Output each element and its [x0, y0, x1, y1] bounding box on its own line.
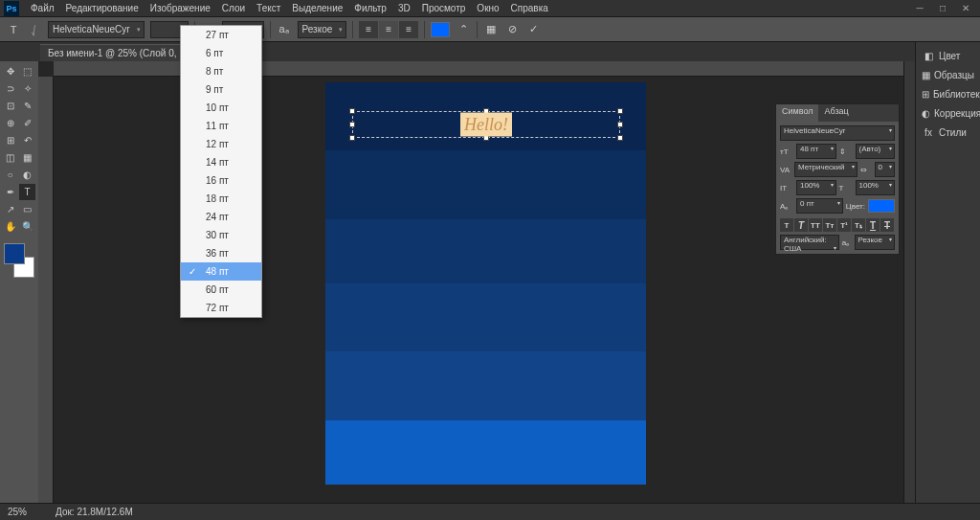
- menu-filter[interactable]: Фильтр: [348, 3, 392, 13]
- font-size-option[interactable]: 6 пт: [181, 44, 261, 62]
- char-hscale[interactable]: 100%: [856, 180, 896, 195]
- foreground-color[interactable]: [4, 243, 25, 264]
- cancel-icon[interactable]: ⊘: [504, 22, 520, 37]
- panel-swatches[interactable]: ▦Образцы: [920, 65, 976, 84]
- panel-color[interactable]: ◧Цвет: [920, 46, 976, 65]
- dodge-tool[interactable]: ◐: [19, 167, 35, 183]
- character-tab[interactable]: Символ: [776, 104, 818, 122]
- font-size-option[interactable]: 72 пт: [181, 299, 261, 317]
- char-baseline[interactable]: 0 пт: [796, 198, 843, 214]
- menu-select[interactable]: Выделение: [286, 3, 348, 13]
- handle-tl[interactable]: [349, 108, 355, 114]
- align-right-button[interactable]: ≡: [399, 21, 418, 38]
- char-panel-toggle-icon[interactable]: ▦: [483, 22, 499, 37]
- font-size-option[interactable]: 10 пт: [181, 99, 261, 117]
- char-font-select[interactable]: HelveticaNeueCyr: [780, 125, 895, 141]
- font-size-option[interactable]: 14 пт: [181, 153, 261, 171]
- paragraph-tab[interactable]: Абзац: [818, 104, 854, 122]
- menu-view[interactable]: Просмотр: [416, 3, 472, 13]
- handle-mr[interactable]: [617, 122, 623, 127]
- font-size-option[interactable]: 12 пт: [181, 135, 261, 153]
- text-bounding-box[interactable]: Hello!: [352, 111, 620, 138]
- font-size-option[interactable]: 27 пт: [181, 26, 261, 44]
- font-size-option[interactable]: 30 пт: [181, 226, 261, 244]
- font-size-option[interactable]: 18 пт: [181, 190, 261, 208]
- allcaps-button[interactable]: TT: [809, 218, 822, 232]
- eraser-tool[interactable]: ◫: [2, 149, 18, 166]
- smallcaps-button[interactable]: Tт: [823, 218, 836, 232]
- minimize-icon[interactable]: ─: [909, 2, 930, 15]
- shape-tool[interactable]: ▭: [19, 201, 35, 217]
- text-color-swatch[interactable]: [431, 22, 450, 37]
- hand-tool[interactable]: ✋: [2, 218, 18, 235]
- char-kerning-select[interactable]: Метрический: [794, 162, 858, 177]
- gradient-tool[interactable]: ▦: [19, 149, 35, 166]
- brush-tool[interactable]: ✐: [19, 115, 35, 131]
- font-size-option[interactable]: 8 пт: [181, 62, 261, 80]
- char-tracking-select[interactable]: 0: [875, 162, 895, 177]
- maximize-icon[interactable]: □: [932, 2, 953, 15]
- font-size-option[interactable]: 11 пт: [181, 117, 261, 135]
- text-orientation-icon[interactable]: ⎷: [27, 22, 42, 37]
- menu-text[interactable]: Текст: [251, 3, 286, 13]
- text-content[interactable]: Hello!: [460, 113, 512, 137]
- menu-window[interactable]: Окно: [471, 3, 504, 13]
- handle-bl[interactable]: [349, 135, 355, 141]
- superscript-button[interactable]: T¹: [837, 218, 851, 232]
- char-lang-select[interactable]: Английский: США: [780, 235, 839, 250]
- stamp-tool[interactable]: ⊞: [2, 132, 18, 148]
- handle-tr[interactable]: [617, 108, 623, 114]
- underline-button[interactable]: T: [866, 218, 880, 232]
- document-canvas[interactable]: Hello!: [325, 82, 646, 485]
- warp-text-icon[interactable]: ⌃: [456, 22, 471, 37]
- char-vscale[interactable]: 100%: [796, 180, 836, 195]
- text-tool-icon: T: [6, 22, 21, 37]
- subscript-button[interactable]: T₁: [852, 218, 865, 232]
- menu-3d[interactable]: 3D: [392, 3, 416, 13]
- strike-button[interactable]: T: [880, 218, 894, 232]
- aa-select[interactable]: Резкое: [298, 21, 347, 38]
- menu-file[interactable]: Файл: [25, 3, 60, 13]
- zoom-level[interactable]: 25%: [8, 507, 27, 517]
- zoom-tool[interactable]: 🔍: [19, 218, 35, 235]
- handle-ml[interactable]: [349, 122, 355, 127]
- path-tool[interactable]: ↗: [2, 201, 18, 217]
- font-size-option[interactable]: 16 пт: [181, 171, 261, 190]
- panel-styles[interactable]: fxСтили: [920, 123, 976, 142]
- panel-adjustments[interactable]: ◐Коррекция: [920, 103, 976, 123]
- align-center-button[interactable]: ≡: [379, 21, 398, 38]
- text-tool[interactable]: T: [19, 184, 35, 200]
- italic-button[interactable]: T: [794, 218, 808, 232]
- menu-edit[interactable]: Редактирование: [60, 3, 145, 13]
- char-color-swatch[interactable]: [868, 199, 895, 213]
- font-size-option[interactable]: 9 пт: [181, 80, 261, 99]
- close-icon[interactable]: ✕: [955, 2, 976, 15]
- marquee-tool[interactable]: ⬚: [19, 63, 35, 79]
- wand-tool[interactable]: ✧: [19, 80, 35, 97]
- font-size-option[interactable]: 48 пт: [181, 262, 261, 281]
- bold-button[interactable]: T: [780, 218, 793, 232]
- history-tool[interactable]: ↶: [19, 132, 35, 148]
- heal-tool[interactable]: ⊕: [2, 115, 18, 131]
- menu-help[interactable]: Справка: [505, 3, 554, 13]
- char-leading-select[interactable]: (Авто): [856, 144, 896, 159]
- crop-tool[interactable]: ⊡: [2, 98, 18, 114]
- commit-icon[interactable]: ✓: [525, 22, 541, 37]
- align-left-button[interactable]: ≡: [359, 21, 378, 38]
- font-size-option[interactable]: 36 пт: [181, 244, 261, 262]
- blur-tool[interactable]: ○: [2, 167, 18, 183]
- char-aa-select[interactable]: Резкое: [855, 235, 895, 250]
- font-family-select[interactable]: HelveticaNeueCyr: [48, 21, 145, 38]
- font-size-option[interactable]: 24 пт: [181, 208, 261, 226]
- eyedropper-tool[interactable]: ✎: [19, 98, 35, 114]
- color-picker[interactable]: [2, 243, 36, 278]
- lasso-tool[interactable]: ⊃: [2, 80, 18, 97]
- font-size-option[interactable]: 60 пт: [181, 281, 261, 299]
- panel-libraries[interactable]: ⊞Библиотеки: [920, 84, 976, 103]
- pen-tool[interactable]: ✒: [2, 184, 18, 200]
- menu-layers[interactable]: Слои: [216, 3, 251, 13]
- char-size-select[interactable]: 48 пт: [796, 144, 836, 159]
- move-tool[interactable]: ✥: [2, 63, 18, 79]
- handle-br[interactable]: [617, 135, 623, 141]
- menu-image[interactable]: Изображение: [145, 3, 216, 13]
